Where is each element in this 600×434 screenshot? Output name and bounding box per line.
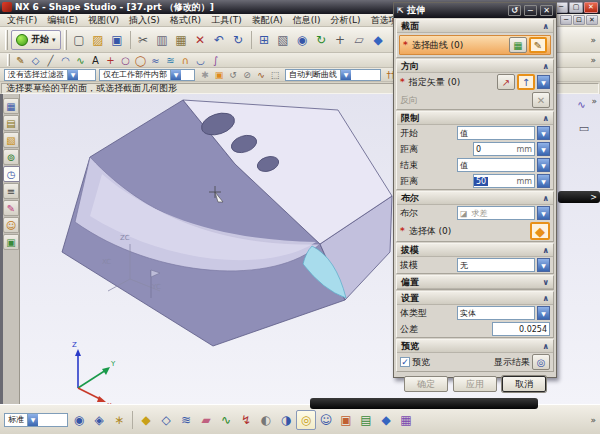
collapse-arrow-icon[interactable]: ∧: [543, 62, 550, 71]
sketch-section-icon[interactable]: ✎: [529, 37, 547, 53]
delete-icon[interactable]: ✕: [191, 30, 210, 49]
show-result-magnifier-icon[interactable]: ◎: [532, 354, 550, 370]
sweep-feature-icon[interactable]: ≋: [176, 410, 196, 430]
body-type-combo[interactable]: 实体: [457, 306, 535, 320]
section-group-header[interactable]: 截面 ∧: [397, 20, 553, 33]
dialog-close-button[interactable]: ✕: [540, 5, 553, 16]
face-blend-icon[interactable]: ◡: [193, 54, 208, 67]
undo-icon[interactable]: ↶: [210, 30, 229, 49]
perspective-icon[interactable]: ▱: [350, 30, 369, 49]
circle-icon[interactable]: ○: [118, 54, 133, 67]
web-browser-tab[interactable]: ⊚: [3, 149, 19, 165]
specify-vector-row[interactable]: * 指定矢量 (0) ↗ ↑ ▼: [397, 73, 553, 91]
gallery-tab[interactable]: ▣: [3, 234, 19, 250]
chevron-down-icon[interactable]: ▼: [340, 70, 351, 80]
spline-feature-icon[interactable]: ∿: [216, 410, 236, 430]
system-materials-tab[interactable]: ≡: [3, 183, 19, 199]
mdi-minimize-button[interactable]: ─: [560, 15, 572, 25]
draft-group-header[interactable]: 拔模 ∧: [397, 244, 553, 257]
collapse-arrow-icon[interactable]: ∧: [543, 114, 550, 123]
chevron-down-icon[interactable]: ▼: [537, 126, 550, 140]
collapse-arrow-icon[interactable]: ∧: [543, 294, 550, 303]
palettes-tab[interactable]: ✎: [3, 200, 19, 216]
bottom-overflow-icon[interactable]: »: [590, 415, 600, 425]
curve-snap-icon[interactable]: ∿: [254, 69, 268, 81]
roles-people-icon[interactable]: ☺: [316, 410, 336, 430]
arc-icon[interactable]: ◠: [58, 54, 73, 67]
material-icon[interactable]: ◆: [376, 410, 396, 430]
surface-icon[interactable]: ∩: [178, 54, 193, 67]
studio-render-icon[interactable]: ◎: [296, 410, 316, 430]
datum-plane-icon[interactable]: ◇: [28, 54, 43, 67]
texture-icon[interactable]: ▦: [396, 410, 416, 430]
selection-filter-combo[interactable]: 没有选择过滤器 ▼: [4, 69, 96, 81]
repeat-command-icon[interactable]: ↻: [229, 30, 248, 49]
chevron-down-icon[interactable]: ▼: [537, 306, 550, 320]
menu-item-3[interactable]: 插入(S): [124, 14, 165, 27]
preview-checkbox[interactable]: ✓: [400, 357, 410, 367]
selection-scope-combo[interactable]: 仅在工作部件内部 ▼: [99, 69, 195, 81]
copy-icon[interactable]: ▥: [153, 30, 172, 49]
sketch-icon[interactable]: ✎: [13, 54, 28, 67]
chevron-down-icon[interactable]: ▼: [170, 70, 181, 80]
boolean-group-header[interactable]: 布尔 ∧: [397, 192, 553, 205]
toolbar2-overflow-icon[interactable]: »: [590, 55, 600, 65]
end-option-combo[interactable]: 值: [457, 158, 535, 172]
strip-overflow-icon[interactable]: »: [590, 96, 598, 112]
pan-icon[interactable]: +: [331, 30, 350, 49]
image-capture-icon[interactable]: ▣: [336, 410, 356, 430]
select-body-row[interactable]: * 选择体 (0) ◆: [397, 221, 553, 241]
start-menu-button[interactable]: 开始 ▾: [11, 30, 61, 50]
new-file-icon[interactable]: ▢: [70, 30, 89, 49]
collapse-arrow-icon[interactable]: ∧: [543, 342, 550, 351]
mdi-close-button[interactable]: ✕: [586, 15, 598, 25]
selection-settings-icon[interactable]: ✱: [198, 69, 212, 81]
rectangle-select-icon[interactable]: ⬚: [268, 69, 282, 81]
datum-plane-strip-icon[interactable]: ▭: [576, 120, 592, 136]
constraint-navigator-tab[interactable]: ▤: [3, 115, 19, 131]
offset-group-header[interactable]: 偏置 ∨: [397, 276, 553, 289]
mdi-restore-button[interactable]: ⊡: [573, 15, 585, 25]
zoom-icon[interactable]: ◉: [293, 30, 312, 49]
cut-icon[interactable]: ✂: [134, 30, 153, 49]
limits-group-header[interactable]: 限制 ∧: [397, 112, 553, 125]
preview-group-header[interactable]: 预览 ∧: [397, 340, 553, 353]
snap-point-icon[interactable]: ▣: [212, 69, 226, 81]
styled-sweep-icon[interactable]: ∫: [208, 54, 223, 67]
toolbar-overflow-icon[interactable]: »: [590, 35, 600, 45]
chevron-down-icon[interactable]: ▼: [67, 70, 78, 80]
rotate-view-icon[interactable]: ↻: [312, 30, 331, 49]
docked-bar[interactable]: [310, 398, 538, 409]
chevron-down-icon[interactable]: ▼: [537, 158, 550, 172]
menu-item-1[interactable]: 编辑(E): [42, 14, 83, 27]
bolt-feature-icon[interactable]: ↯: [236, 410, 256, 430]
apply-button[interactable]: 应用: [453, 376, 497, 392]
part-navigator-tab[interactable]: ▧: [3, 132, 19, 148]
distance-spinner[interactable]: ▼: [537, 142, 550, 156]
select-body-cube-icon[interactable]: ◆: [530, 222, 550, 240]
through-curves-icon[interactable]: ≋: [163, 54, 178, 67]
menu-item-5[interactable]: 工具(T): [206, 14, 247, 27]
bottom-snap-icon[interactable]: ∗: [109, 410, 129, 430]
chevron-down-icon[interactable]: ▼: [537, 258, 550, 272]
bottom-zoom-icon[interactable]: ◉: [69, 410, 89, 430]
panel-expand-button[interactable]: >: [558, 191, 600, 203]
reverse-direction-button[interactable]: ✕: [532, 92, 550, 108]
allow-selection-icon[interactable]: ↺: [226, 69, 240, 81]
roles-tab[interactable]: ☺: [3, 217, 19, 233]
collapse-arrow-icon[interactable]: ∧: [543, 22, 550, 31]
open-file-icon[interactable]: ▨: [89, 30, 108, 49]
cancel-button[interactable]: 取消: [502, 376, 546, 392]
assembly-navigator-tab[interactable]: ▦: [3, 98, 19, 114]
end-distance-input[interactable]: 50 mm: [473, 174, 535, 188]
expand-arrow-icon[interactable]: ∨: [543, 278, 550, 287]
menu-item-4[interactable]: 格式(R): [165, 14, 206, 27]
chevron-down-icon[interactable]: ▼: [27, 414, 38, 426]
line-icon[interactable]: ╱: [43, 54, 58, 67]
zoom-window-icon[interactable]: ▧: [274, 30, 293, 49]
menu-item-0[interactable]: 文件(F): [2, 14, 42, 27]
dialog-minimize-button[interactable]: ─: [524, 5, 537, 16]
studio-surface-icon[interactable]: ∿: [573, 96, 589, 112]
scene-icon[interactable]: ▤: [356, 410, 376, 430]
view-style-combo[interactable]: 标准 ▼: [4, 413, 68, 427]
